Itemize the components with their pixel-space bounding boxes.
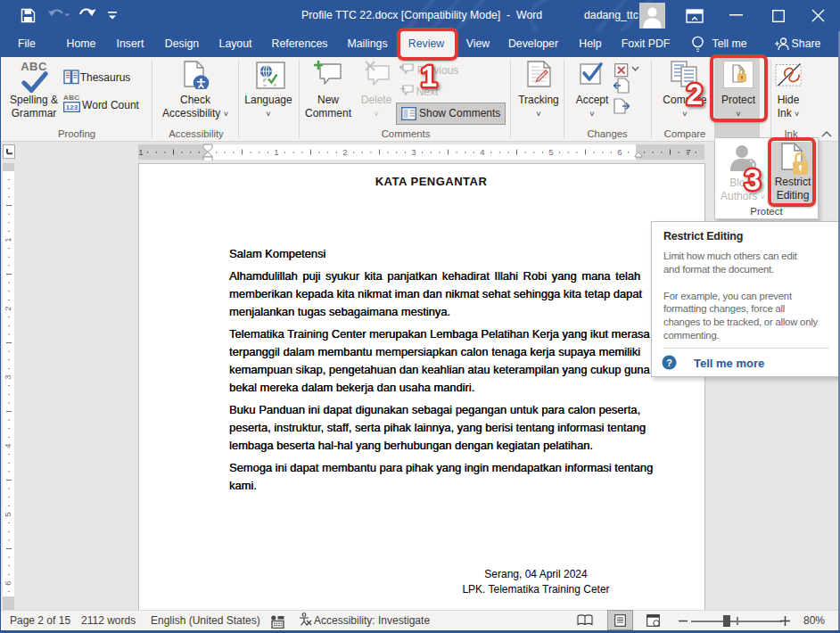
svg-text:2: 2 — [3, 306, 12, 310]
svg-text:5: 5 — [548, 147, 553, 157]
svg-text:5: 5 — [3, 512, 12, 516]
svg-text:3: 3 — [411, 147, 416, 157]
svg-text:4: 4 — [480, 147, 484, 157]
svg-text:1: 1 — [138, 147, 143, 157]
svg-text:1: 1 — [421, 60, 437, 93]
svg-text:123: 123 — [66, 103, 78, 111]
svg-text:7: 7 — [686, 147, 690, 157]
svg-text:?: ? — [666, 358, 672, 368]
svg-text:2: 2 — [687, 78, 703, 111]
svg-text:1: 1 — [3, 237, 12, 242]
svg-text:6: 6 — [3, 580, 12, 585]
svg-text:4: 4 — [3, 443, 12, 448]
svg-text:6: 6 — [617, 147, 622, 157]
svg-text:2: 2 — [342, 147, 347, 157]
svg-text:1: 1 — [274, 147, 278, 157]
svg-text:3: 3 — [745, 163, 761, 196]
svg-text:3: 3 — [3, 374, 12, 379]
